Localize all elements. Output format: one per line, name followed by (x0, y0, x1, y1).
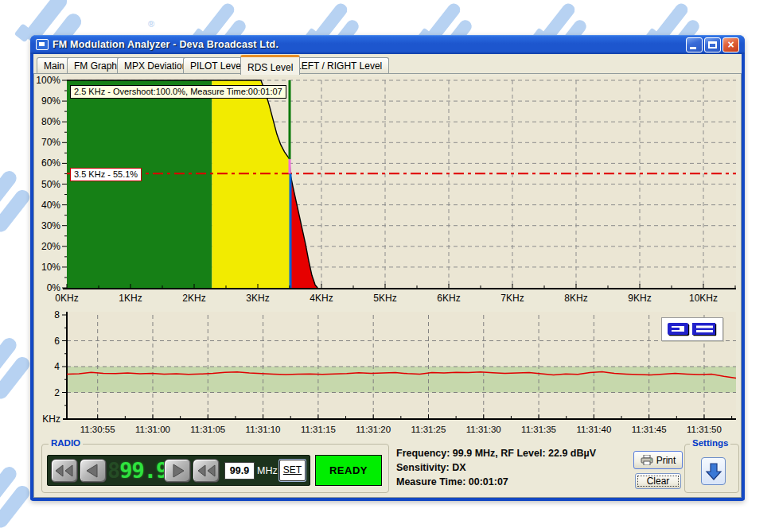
zone-green (67, 80, 212, 288)
svg-text:7KHz: 7KHz (500, 293, 524, 304)
svg-text:0KHz: 0KHz (55, 293, 78, 304)
svg-text:6: 6 (54, 336, 60, 347)
printer-icon (641, 455, 653, 465)
frequency-input[interactable] (224, 462, 255, 480)
svg-text:11:30:55: 11:30:55 (80, 425, 115, 434)
print-button-label: Print (656, 455, 676, 466)
rds-spectrum-chart: 0KHz1KHz2KHz3KHz4KHz5KHz6KHz7KHz8KHz9KHz… (37, 76, 740, 310)
tolerance-band (67, 367, 736, 393)
svg-text:11:31:15: 11:31:15 (301, 425, 336, 434)
mhz-unit-label: MHz (257, 465, 278, 476)
seek-down-button[interactable] (51, 459, 78, 483)
overshoot-annotation: 2.5 KHz - Overshoot:100.0%, Measure Time… (70, 85, 286, 99)
deva-db-logo (661, 317, 723, 341)
svg-text:11:31:05: 11:31:05 (190, 425, 225, 434)
svg-text:9KHz: 9KHz (628, 293, 651, 304)
tabstrip: Main FM Graph MPX Deviation PILOT Level … (33, 54, 742, 74)
maximize-button[interactable] (704, 37, 721, 52)
clear-button[interactable]: Clear (635, 473, 681, 489)
db-logo-glyphs (668, 323, 715, 335)
svg-text:11:31:10: 11:31:10 (246, 425, 281, 434)
settings-group-label: Settings (690, 438, 730, 448)
svg-text:11:31:50: 11:31:50 (687, 425, 722, 434)
svg-text:11:31:00: 11:31:00 (135, 425, 170, 434)
app-window: FM Modulation Analyzer - Deva Broadcast … (30, 35, 745, 501)
frequency-display-ghost-digit: 8 (107, 458, 119, 483)
titlebar[interactable]: FM Modulation Analyzer - Deva Broadcast … (30, 35, 745, 54)
seek-up-button[interactable] (193, 459, 220, 483)
rds-level-panel: 0KHz1KHz2KHz3KHz4KHz5KHz6KHz7KHz8KHz9KHz… (33, 73, 742, 498)
svg-text:40%: 40% (41, 200, 60, 211)
info-measure-time: Measure Time: 00:01:07 (396, 475, 596, 489)
svg-text:6KHz: 6KHz (437, 293, 460, 304)
step-down-button[interactable] (80, 459, 107, 483)
svg-text:4: 4 (54, 361, 60, 372)
tab-left-right-level[interactable]: LEFT / RIGHT Level (289, 57, 389, 74)
tuner-panel: 899.9 MHz SET (47, 455, 310, 486)
svg-text:3KHz: 3KHz (246, 293, 269, 304)
svg-text:11:31:30: 11:31:30 (466, 425, 501, 434)
svg-text:8: 8 (54, 310, 60, 320)
set-button[interactable]: SET (279, 460, 306, 481)
svg-text:0%: 0% (47, 282, 61, 293)
radio-group: RADIO 899.9 MHz (41, 444, 389, 493)
svg-text:100%: 100% (37, 76, 60, 86)
y-axis-labels: 8642 (54, 310, 60, 398)
svg-text:11:31:25: 11:31:25 (411, 425, 446, 434)
svg-text:4KHz: 4KHz (310, 293, 333, 304)
window-title: FM Modulation Analyzer - Deva Broadcast … (53, 39, 278, 50)
svg-text:8KHz: 8KHz (564, 293, 587, 304)
info-frequency-rf: Frequency: 99.9 MHz, RF Level: 22.9 dBµV (396, 446, 596, 460)
svg-text:10%: 10% (41, 262, 60, 273)
x-axis-labels: 0KHz1KHz2KHz3KHz4KHz5KHz6KHz7KHz8KHz9KHz… (55, 293, 718, 304)
down-arrow-icon (705, 462, 722, 481)
svg-text:11:31:20: 11:31:20 (356, 425, 391, 434)
measurement-info: Frequency: 99.9 MHz, RF Level: 22.9 dBµV… (396, 446, 596, 489)
info-sensitivity: Sensitivity: DX (396, 460, 596, 475)
svg-text:60%: 60% (41, 157, 60, 169)
svg-text:5KHz: 5KHz (373, 293, 396, 304)
svg-text:80%: 80% (41, 116, 60, 127)
y-axis-unit: KHz (42, 414, 60, 425)
registered-trademark-mark: ® (148, 19, 154, 29)
svg-text:70%: 70% (41, 137, 60, 148)
threshold-annotation: 3.5 KHz - 55.1% (70, 168, 142, 181)
svg-text:2KHz: 2KHz (182, 293, 205, 304)
svg-text:2: 2 (54, 387, 60, 398)
close-icon: × (723, 38, 738, 52)
tab-fm-graph[interactable]: FM Graph (67, 57, 124, 74)
tab-rds-level[interactable]: RDS Level (240, 55, 300, 75)
radio-group-label: RADIO (49, 438, 83, 448)
app-window-icon (36, 39, 49, 50)
close-button[interactable]: × (722, 37, 739, 52)
svg-text:11:31:45: 11:31:45 (632, 425, 667, 434)
status-badge: READY (315, 455, 382, 486)
svg-text:11:31:40: 11:31:40 (576, 425, 611, 434)
rds-history-chart: 8642KHz11:30:5511:31:0011:31:0511:31:101… (37, 310, 740, 437)
svg-text:20%: 20% (41, 241, 60, 252)
step-up-button[interactable] (164, 459, 191, 483)
svg-text:90%: 90% (41, 95, 60, 107)
settings-group: Settings (684, 444, 739, 493)
svg-text:11:31:35: 11:31:35 (521, 425, 556, 434)
svg-text:30%: 30% (41, 220, 60, 231)
frequency-display: 899.9 (107, 457, 162, 484)
svg-text:1KHz: 1KHz (119, 293, 142, 304)
svg-text:10KHz: 10KHz (689, 293, 718, 304)
settings-button[interactable] (701, 457, 726, 485)
minimize-button[interactable] (686, 37, 703, 52)
y-axis-labels: 100%90%80%70%60%50%40%30%20%10%0% (37, 76, 60, 293)
maximize-icon (708, 41, 717, 49)
print-button[interactable]: Print (633, 451, 683, 469)
minimize-icon (690, 47, 696, 49)
time-axis-labels: 11:30:5511:31:0011:31:0511:31:1011:31:15… (80, 425, 722, 434)
frequency-display-value: 99.9 (119, 458, 168, 483)
svg-text:50%: 50% (41, 179, 60, 190)
clear-button-label: Clear (647, 476, 670, 487)
